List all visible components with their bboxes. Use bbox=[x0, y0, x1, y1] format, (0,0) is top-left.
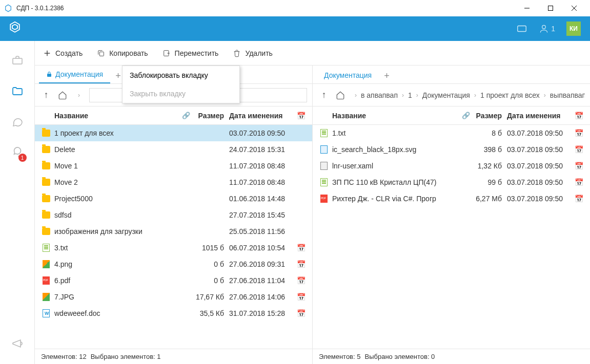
folder-icon bbox=[42, 179, 50, 186]
col-size[interactable]: Размер bbox=[193, 112, 229, 120]
row-date: 03.07.2018 09:50 bbox=[507, 178, 573, 186]
row-name: 6.pdf bbox=[52, 276, 179, 285]
row-name: Delete bbox=[52, 145, 179, 154]
row-name: 7.JPG bbox=[52, 293, 179, 301]
right-headers: Название 🔗 Размер Дата именения 📅 bbox=[313, 106, 590, 125]
table-row[interactable]: 7.JPG17,67 Кб27.06.2018 14:06📅 bbox=[35, 289, 312, 305]
breadcrumb-item[interactable]: 1 проект для всех bbox=[480, 91, 540, 99]
table-row[interactable]: ЗП ПС 110 кВ Кристалл ЦП(47)99 б03.07.20… bbox=[313, 174, 590, 190]
text-file-icon bbox=[320, 129, 328, 137]
col-name[interactable]: Название bbox=[52, 112, 179, 120]
minimize-button[interactable] bbox=[515, 0, 539, 16]
row-date: 03.07.2018 09:50 bbox=[507, 129, 573, 137]
calendar-icon[interactable]: 📅 bbox=[295, 112, 307, 120]
table-row[interactable]: 4.png0 б27.06.2018 09:31📅 bbox=[35, 256, 312, 272]
row-date: 27.06.2018 09:31 bbox=[229, 260, 295, 268]
row-name: Move 1 bbox=[52, 162, 179, 170]
sidebar-chat[interactable] bbox=[7, 112, 28, 132]
avatar[interactable]: КИ bbox=[566, 22, 581, 36]
folder-icon bbox=[42, 195, 50, 202]
table-row[interactable]: 3.txt1015 б06.07.2018 10:54📅 bbox=[35, 240, 312, 256]
create-button[interactable]: Создать bbox=[43, 49, 83, 57]
row-date: 27.06.2018 11:04 bbox=[229, 276, 295, 285]
up-icon[interactable]: ↑ bbox=[318, 89, 330, 101]
link-icon[interactable]: 🔗 bbox=[459, 112, 473, 119]
svg-rect-12 bbox=[100, 52, 104, 56]
right-breadcrumbs: ›в апвапвап›1›Документация›1 проект для … bbox=[351, 91, 585, 99]
table-row[interactable]: изображения для загрузки25.05.2018 11:56 bbox=[35, 223, 312, 240]
table-row[interactable]: Project500001.06.2018 14:48 bbox=[35, 190, 312, 207]
move-button[interactable]: Переместить bbox=[162, 49, 219, 57]
folder-icon bbox=[42, 130, 50, 137]
delete-button[interactable]: Удалить bbox=[233, 49, 272, 57]
row-calendar: 📅 bbox=[295, 244, 307, 252]
table-row[interactable]: 1 проект для всех03.07.2018 09:50 bbox=[35, 125, 312, 141]
copy-button[interactable]: Копировать bbox=[97, 49, 148, 57]
row-calendar: 📅 bbox=[573, 178, 585, 186]
pdf-file-icon bbox=[43, 276, 50, 285]
breadcrumb-sep: › bbox=[474, 92, 476, 99]
row-date: 03.07.2018 09:50 bbox=[507, 162, 573, 170]
table-row[interactable]: ic_search_black_18px.svg398 б03.07.2018 … bbox=[313, 141, 590, 158]
table-row[interactable]: sdfsd27.07.2018 15:45 bbox=[35, 207, 312, 223]
sidebar-announce[interactable] bbox=[7, 333, 28, 354]
row-name: 3.txt bbox=[52, 244, 179, 252]
sidebar-briefcase[interactable] bbox=[7, 50, 28, 71]
link-icon[interactable]: 🔗 bbox=[179, 112, 193, 119]
col-size[interactable]: Размер bbox=[473, 112, 507, 120]
sidebar-folder[interactable] bbox=[7, 81, 28, 101]
window-title: СДП - 3.0.1.2386 bbox=[16, 5, 64, 12]
folder-icon bbox=[42, 146, 50, 153]
breadcrumb-item[interactable]: в апвапвап bbox=[361, 91, 398, 99]
row-calendar: 📅 bbox=[573, 195, 585, 203]
col-date[interactable]: Дата именения bbox=[229, 112, 295, 120]
pdf-file-icon bbox=[320, 195, 328, 203]
table-row[interactable]: Move 111.07.2018 08:48 bbox=[35, 158, 312, 174]
breadcrumb-item[interactable]: 1 bbox=[408, 91, 412, 99]
row-date: 11.07.2018 08:48 bbox=[229, 162, 295, 170]
close-button[interactable] bbox=[562, 0, 586, 16]
up-icon[interactable]: ↑ bbox=[40, 89, 52, 101]
left-pane: Документация + Заблокировать вкладку Зак… bbox=[35, 66, 313, 364]
table-row[interactable]: Move 211.07.2018 08:48 bbox=[35, 174, 312, 190]
left-status-items: Элементов: 12 bbox=[41, 353, 87, 360]
breadcrumb-item[interactable]: выпвапвап bbox=[550, 91, 585, 99]
user-button[interactable]: 1 bbox=[539, 24, 555, 34]
table-row[interactable]: Рихтер Дж. - CLR via C#. Прогр6,27 Мб03.… bbox=[313, 190, 590, 207]
right-navbar: ↑ ›в апвапвап›1›Документация›1 проект дл… bbox=[313, 84, 590, 106]
left-tabs: Документация + Заблокировать вкладку Зак… bbox=[35, 66, 312, 84]
table-row[interactable]: 6.pdf0 б27.06.2018 11:04📅 bbox=[35, 272, 312, 289]
sidebar-chats[interactable]: 1 bbox=[7, 142, 28, 163]
folder-icon bbox=[42, 211, 50, 219]
row-date: 03.07.2018 09:50 bbox=[507, 145, 573, 154]
home-icon[interactable] bbox=[56, 89, 69, 101]
calendar-icon[interactable]: 📅 bbox=[573, 112, 585, 120]
storage-button[interactable] bbox=[516, 23, 527, 34]
table-row[interactable]: Delete24.07.2018 15:31 bbox=[35, 141, 312, 158]
table-row[interactable]: lnr-user.xaml1,32 Кб03.07.2018 09:50📅 bbox=[313, 158, 590, 174]
folder-icon bbox=[42, 228, 50, 235]
col-name[interactable]: Название bbox=[330, 112, 459, 120]
row-calendar: 📅 bbox=[295, 260, 307, 268]
maximize-button[interactable] bbox=[539, 0, 562, 16]
left-tab[interactable]: Документация bbox=[39, 66, 110, 83]
col-date[interactable]: Дата именения bbox=[507, 112, 573, 120]
row-date: 01.06.2018 14:48 bbox=[229, 195, 295, 203]
text-file-icon bbox=[43, 244, 50, 252]
svg-rect-7 bbox=[518, 26, 526, 32]
table-row[interactable]: 1.txt8 б03.07.2018 09:50📅 bbox=[313, 125, 590, 141]
folder-icon bbox=[42, 162, 50, 169]
chat-badge: 1 bbox=[18, 154, 27, 162]
row-date: 03.07.2018 09:50 bbox=[507, 195, 573, 203]
right-add-tab[interactable]: + bbox=[379, 68, 395, 83]
row-calendar: 📅 bbox=[573, 145, 585, 154]
right-tab[interactable]: Документация bbox=[317, 67, 379, 83]
table-row[interactable]: wdeweeef.doc35,5 Кб31.07.2018 15:28📅 bbox=[35, 305, 312, 322]
home-icon[interactable] bbox=[334, 89, 347, 101]
breadcrumb-item[interactable]: Документация bbox=[422, 91, 470, 99]
sidebar: 1 bbox=[0, 41, 35, 364]
cm-lock-tab[interactable]: Заблокировать вкладку bbox=[123, 66, 239, 84]
right-rows: 1.txt8 б03.07.2018 09:50📅ic_search_black… bbox=[313, 125, 590, 349]
chevron-right-icon[interactable]: › bbox=[73, 89, 85, 101]
row-size: 99 б bbox=[473, 178, 507, 186]
